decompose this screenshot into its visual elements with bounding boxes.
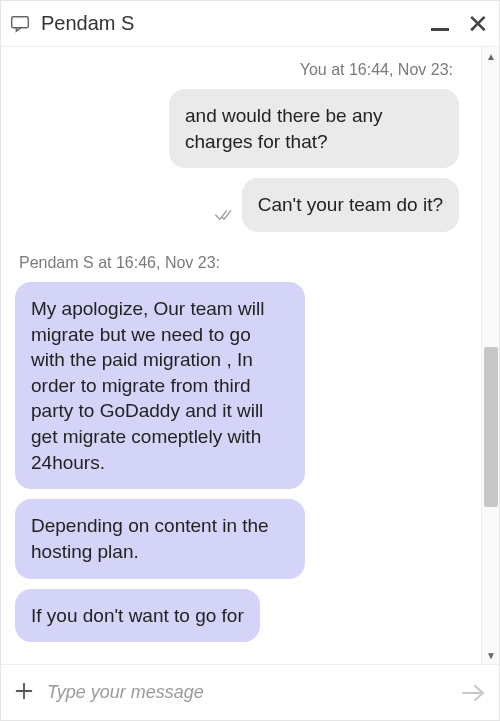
svg-rect-0 [12, 16, 29, 27]
message-row: Depending on content in the hosting plan… [15, 499, 459, 578]
chat-title: Pendam S [41, 12, 431, 35]
scroll-down-button[interactable]: ▼ [482, 646, 500, 664]
send-button[interactable] [461, 683, 487, 703]
message-bubble-incoming: Depending on content in the hosting plan… [15, 499, 305, 578]
message-bubble-incoming: My apologize, Our team will migrate but … [15, 282, 305, 489]
read-receipt-icon [214, 208, 234, 222]
timestamp-outgoing: You at 16:44, Nov 23: [15, 61, 453, 79]
message-row: My apologize, Our team will migrate but … [15, 282, 459, 489]
scrollbar[interactable]: ▲ ▼ [481, 47, 499, 664]
message-bubble-outgoing: Can't your team do it? [242, 178, 459, 232]
messages-list: You at 16:44, Nov 23: and would there be… [1, 47, 481, 664]
window-controls: ✕ [431, 11, 489, 37]
scroll-thumb[interactable] [484, 347, 498, 507]
titlebar: Pendam S ✕ [1, 1, 499, 47]
chat-icon [9, 13, 31, 35]
chat-window: Pendam S ✕ You at 16:44, Nov 23: and wou… [0, 0, 500, 721]
composer [1, 664, 499, 720]
minimize-button[interactable] [431, 13, 449, 35]
message-bubble-incoming: If you don't want to go for [15, 589, 260, 643]
close-button[interactable]: ✕ [467, 11, 489, 37]
message-row: Can't your team do it? [15, 178, 459, 232]
message-input[interactable] [47, 682, 449, 703]
message-bubble-outgoing: and would there be any charges for that? [169, 89, 459, 168]
message-row: If you don't want to go for [15, 589, 459, 643]
attach-button[interactable] [13, 679, 35, 707]
scroll-up-button[interactable]: ▲ [482, 47, 500, 65]
messages-area: You at 16:44, Nov 23: and would there be… [1, 47, 499, 664]
timestamp-incoming: Pendam S at 16:46, Nov 23: [19, 254, 459, 272]
message-row: and would there be any charges for that? [15, 89, 459, 168]
